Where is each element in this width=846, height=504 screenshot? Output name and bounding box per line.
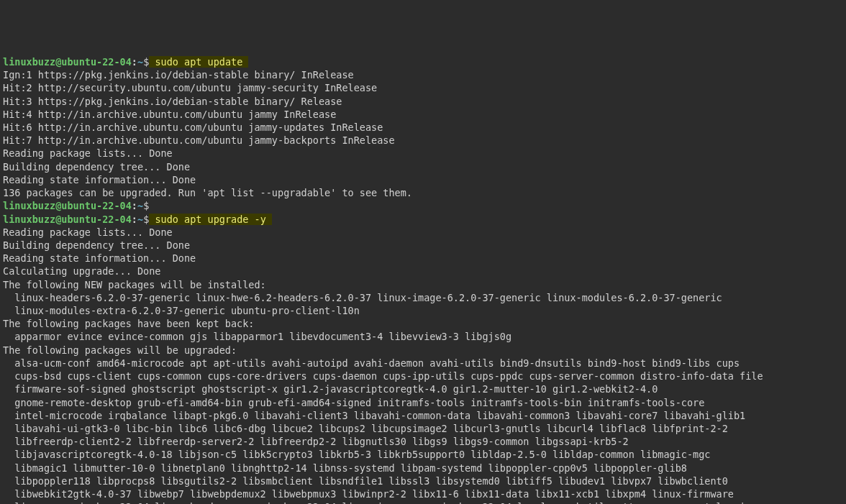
prompt-line[interactable]: linuxbuzz@ubuntu-22-04:~$ bbox=[3, 199, 843, 212]
prompt-host: ubuntu-22-04 bbox=[61, 200, 132, 211]
output-line: Reading state information... Done bbox=[3, 173, 843, 186]
command-input[interactable]: sudo apt update bbox=[149, 56, 248, 68]
output-line: linux-headers-6.2.0-37-generic linux-hwe… bbox=[3, 291, 843, 304]
output-line: Hit:6 http://in.archive.ubuntu.com/ubunt… bbox=[3, 121, 843, 134]
output-line: The following packages will be upgraded: bbox=[3, 344, 843, 357]
output-line: Building dependency tree... Done bbox=[3, 160, 843, 173]
output-line: The following NEW packages will be insta… bbox=[3, 278, 843, 291]
output-line: Hit:7 http://in.archive.ubuntu.com/ubunt… bbox=[3, 134, 843, 147]
output-line: Calculating upgrade... Done bbox=[3, 265, 843, 278]
output-line: Reading package lists... Done bbox=[3, 226, 843, 239]
prompt-colon: : bbox=[132, 214, 137, 225]
output-line: alsa-ucm-conf amd64-microcode apt apt-ut… bbox=[3, 357, 843, 370]
output-line: Reading state information... Done bbox=[3, 252, 843, 265]
output-line: firmware-sof-signed ghostscript ghostscr… bbox=[3, 382, 843, 395]
output-line: libwebkit2gtk-4.0-37 libwebp7 libwebpdem… bbox=[3, 487, 843, 500]
output-line: libjavascriptcoregtk-4.0-18 libjson-c5 l… bbox=[3, 448, 843, 461]
prompt-path: ~ bbox=[137, 214, 143, 225]
output-line: Ign:1 https://pkg.jenkins.io/debian-stab… bbox=[3, 68, 843, 81]
output-line: libavahi-ui-gtk3-0 libc-bin libc6 libc6-… bbox=[3, 422, 843, 435]
output-line: linux-generic-hwe-22.04 linux-headers-ge… bbox=[3, 500, 843, 504]
prompt-colon: : bbox=[132, 200, 137, 211]
output-line: libfreerdp-client2-2 libfreerdp-server2-… bbox=[3, 435, 843, 448]
prompt-line[interactable]: linuxbuzz@ubuntu-22-04:~$ sudo apt upgra… bbox=[3, 213, 843, 226]
prompt-host: ubuntu-22-04 bbox=[61, 56, 132, 68]
output-line: apparmor evince evince-common gjs libapp… bbox=[3, 330, 843, 343]
output-line: The following packages have been kept ba… bbox=[3, 317, 843, 330]
prompt-user: linuxbuzz bbox=[3, 56, 55, 68]
command-input[interactable]: sudo apt upgrade -y bbox=[149, 214, 272, 225]
prompt-user: linuxbuzz bbox=[3, 200, 55, 211]
prompt-user: linuxbuzz bbox=[3, 214, 55, 225]
output-line: libpoppler118 libprocps8 libsgutils2-2 l… bbox=[3, 475, 843, 487]
prompt-host: ubuntu-22-04 bbox=[61, 214, 132, 225]
output-line: Reading package lists... Done bbox=[3, 147, 843, 160]
terminal-output: linuxbuzz@ubuntu-22-04:~$ sudo apt updat… bbox=[3, 55, 843, 504]
output-line: libmagic1 libmutter-10-0 libnetplan0 lib… bbox=[3, 462, 843, 475]
output-line: intel-microcode irqbalance libapt-pkg6.0… bbox=[3, 409, 843, 422]
output-line: gnome-remote-desktop grub-efi-amd64-bin … bbox=[3, 396, 843, 409]
output-line: Hit:2 http://security.ubuntu.com/ubuntu … bbox=[3, 81, 843, 94]
output-line: Hit:3 https://pkg.jenkins.io/debian-stab… bbox=[3, 95, 843, 108]
output-line: Hit:4 http://in.archive.ubuntu.com/ubunt… bbox=[3, 108, 843, 121]
output-line: linux-modules-extra-6.2.0-37-generic ubu… bbox=[3, 304, 843, 317]
prompt-path: ~ bbox=[137, 56, 143, 68]
prompt-line[interactable]: linuxbuzz@ubuntu-22-04:~$ sudo apt updat… bbox=[3, 55, 843, 68]
prompt-dollar: $ bbox=[143, 200, 149, 211]
output-line: Building dependency tree... Done bbox=[3, 239, 843, 252]
prompt-path: ~ bbox=[137, 200, 143, 211]
prompt-colon: : bbox=[132, 56, 137, 68]
output-line: 136 packages can be upgraded. Run 'apt l… bbox=[3, 186, 843, 199]
output-line: cups-bsd cups-client cups-common cups-co… bbox=[3, 370, 843, 382]
